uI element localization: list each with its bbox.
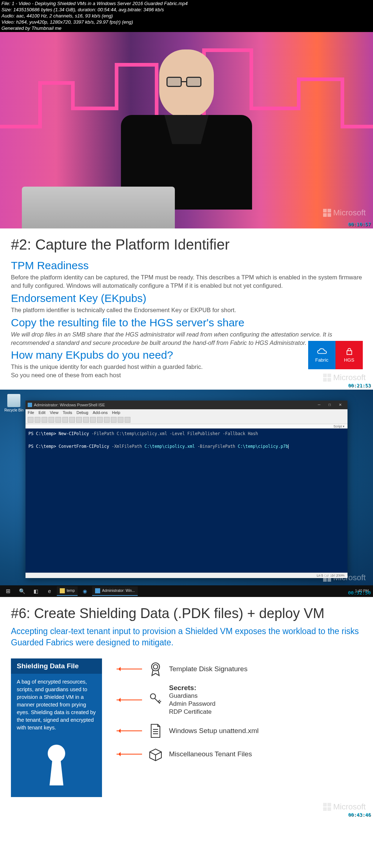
recycle-bin-label: Recycle Bin	[4, 408, 24, 412]
thumbnail-frame-1: Microsoft 00:10:57	[0, 32, 373, 228]
timestamp: 00:43:46	[348, 812, 371, 817]
toolbar-button[interactable]	[62, 417, 68, 423]
svg-point-2	[152, 663, 160, 671]
cortana-icon[interactable]: ◉	[78, 586, 91, 596]
toolbar-button[interactable]	[83, 417, 89, 423]
meta-size: Size: 1435150686 bytes (1.34 GiB), durat…	[1, 7, 372, 13]
status-bar: Ln 5 Col 104 200%	[25, 573, 348, 578]
arrow-icon	[117, 669, 142, 669]
box-header: Shielding Data File	[11, 658, 102, 674]
glasses-icon	[166, 77, 207, 88]
slide-title: #6: Create Shielding Data (.PDK files) +…	[11, 606, 362, 621]
lock-icon	[344, 347, 355, 356]
close-button[interactable]: ✕	[335, 402, 345, 408]
menu-tools[interactable]: Tools	[63, 410, 72, 415]
folder-icon	[60, 588, 65, 593]
menu-debug[interactable]: Debug	[76, 410, 88, 415]
powershell-ise-window[interactable]: Administrator: Windows PowerShell ISE ─ …	[25, 401, 348, 578]
edge-icon[interactable]: e	[43, 586, 56, 596]
tile-pair: Fabric HGS	[308, 341, 363, 369]
item-unattend: Windows Setup unattend.xml	[117, 722, 362, 739]
ribbon-badge-icon	[147, 661, 164, 677]
heading-ek: Endorsement Key (EKpubs)	[11, 292, 362, 304]
toolbar-button[interactable]	[35, 417, 40, 423]
toolbar-button[interactable]	[90, 417, 96, 423]
item-misc-files: Miscellaneous Tenant Files	[117, 746, 362, 763]
meta-video: Video: h264, yuv420p, 1280x720, 3397 kb/…	[1, 19, 372, 25]
item-list: Template Disk Signatures Secrets: Guardi…	[117, 658, 362, 763]
toolbar-button[interactable]	[42, 417, 47, 423]
item-template-disk: Template Disk Signatures	[117, 661, 362, 677]
keyhole-icon	[11, 739, 102, 797]
console-pane[interactable]: PS C:\temp> New-CIPolicy -FilePath C:\te…	[25, 429, 348, 573]
toolbar-button[interactable]	[125, 417, 130, 423]
meta-audio: Audio: aac, 44100 Hz, 2 channels, s16, 9…	[1, 13, 372, 19]
menu-addons[interactable]: Add-ons	[93, 410, 107, 415]
menu-edit[interactable]: Edit	[39, 410, 46, 415]
document-icon	[147, 722, 164, 739]
heading-tpm: TPM Readiness	[11, 259, 362, 272]
start-button[interactable]: ⊞	[1, 586, 15, 596]
powershell-icon	[28, 403, 32, 407]
menu-view[interactable]: View	[50, 410, 59, 415]
timestamp: 00:10:57	[348, 222, 371, 227]
script-pane-collapsed[interactable]: Script ▾	[25, 424, 348, 429]
toolbar-button[interactable]	[104, 417, 110, 423]
meta-generated: Generated by Thumbnail me	[1, 25, 372, 32]
window-titlebar[interactable]: Administrator: Windows PowerShell ISE ─ …	[25, 401, 348, 409]
menu-bar[interactable]: File Edit View Tools Debug Add-ons Help	[25, 409, 348, 416]
maximize-button[interactable]: □	[325, 402, 335, 408]
taskbar-item-ise[interactable]: Administrator: Win...	[92, 586, 138, 596]
arrow-icon	[117, 754, 142, 754]
minimize-button[interactable]: ─	[314, 402, 324, 408]
powershell-icon	[95, 588, 100, 593]
timestamp: 00:21:53	[348, 383, 371, 388]
toolbar-button[interactable]	[28, 417, 34, 423]
taskbar[interactable]: ⊞ 🔍 ◧ e temp ◉ Administrator: Win... 1:4…	[0, 585, 373, 597]
thumbnail-frame-2: #2: Capture the Platform Identifier TPM …	[0, 228, 373, 389]
microsoft-logo: Microsoft	[323, 573, 366, 582]
search-button[interactable]: 🔍	[15, 586, 28, 596]
microsoft-logo-watermark: Microsoft	[323, 802, 366, 812]
thumbnail-frame-3: Recycle Bin Administrator: Windows Power…	[0, 390, 373, 597]
para-ek: The platform identifier is technically c…	[11, 306, 362, 314]
toolbar-button[interactable]	[48, 417, 54, 423]
laptop-lid	[22, 187, 175, 228]
toolbar-button[interactable]	[76, 417, 82, 423]
taskbar-item-explorer[interactable]: temp	[57, 586, 78, 596]
recycle-bin[interactable]: Recycle Bin	[4, 394, 24, 412]
window-title: Administrator: Windows PowerShell ISE	[34, 403, 105, 407]
slide-title: #2: Capture the Platform Identifier	[11, 236, 362, 253]
svg-point-3	[153, 665, 158, 669]
toolbar-button[interactable]	[55, 417, 61, 423]
cloud-icon	[317, 347, 327, 356]
svg-rect-0	[347, 351, 352, 354]
timestamp: 00:32:50	[348, 590, 371, 596]
toolbar-button[interactable]	[118, 417, 123, 423]
menu-help[interactable]: Help	[112, 410, 120, 415]
microsoft-logo-watermark: Microsoft	[323, 373, 366, 382]
box-body: A bag of encrypted resources, scripts, a…	[11, 674, 102, 739]
toolbar-button[interactable]	[97, 417, 103, 423]
shielding-data-box: Shielding Data File A bag of encrypted r…	[11, 658, 102, 797]
toolbar[interactable]	[25, 416, 348, 424]
meta-file: File: 1 - Video - Deploying Shielded VMs…	[1, 1, 372, 7]
item-secrets: Secrets: Guardians Admin Password RDP Ce…	[117, 684, 362, 716]
toolbar-button[interactable]	[69, 417, 75, 423]
arrow-icon	[117, 700, 142, 700]
key-icon	[147, 692, 164, 708]
task-view-button[interactable]: ◧	[29, 586, 42, 596]
para-tpm: Before the platform identity can be capt…	[11, 273, 362, 290]
thumbnail-frame-4: #6: Create Shielding Data (.PDK files) +…	[0, 597, 373, 819]
menu-file[interactable]: File	[28, 410, 34, 415]
microsoft-logo: Microsoft	[323, 208, 366, 218]
slide-lead: Accepting clear-text tenant input to pro…	[11, 626, 362, 648]
heading-copy: Copy the resulting file to the HGS serve…	[11, 316, 362, 329]
tile-hgs: HGS	[335, 341, 363, 369]
para-how2: So you need one of these from each host	[11, 371, 362, 379]
recycle-bin-icon	[7, 394, 20, 407]
tile-fabric: Fabric	[308, 341, 335, 369]
toolbar-button[interactable]	[111, 417, 117, 423]
arrow-icon	[117, 730, 142, 731]
box-icon	[147, 746, 164, 763]
